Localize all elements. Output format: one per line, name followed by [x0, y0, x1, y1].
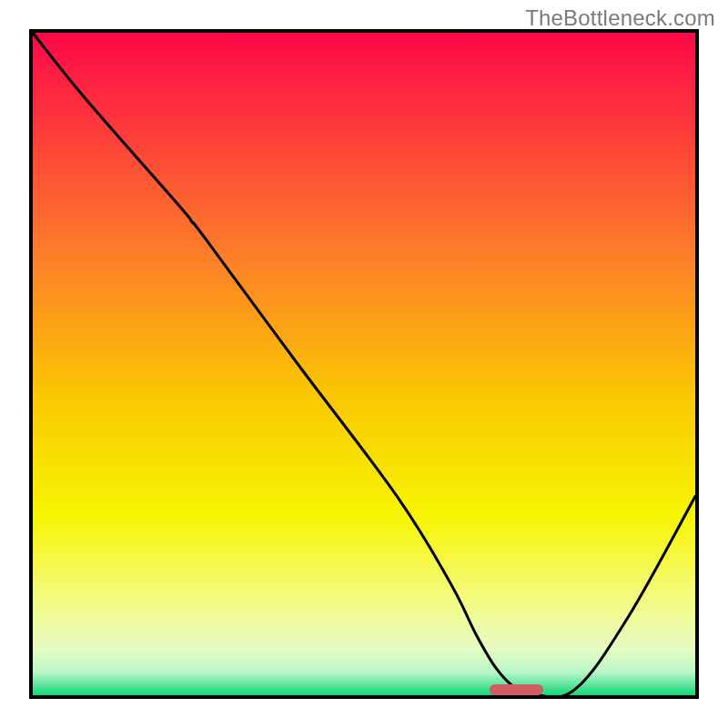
watermark-text: TheBottleneck.com	[525, 5, 715, 31]
ideal-range-bar	[490, 684, 542, 695]
chart-container: TheBottleneck.com	[0, 0, 728, 728]
bottleneck-curve	[33, 33, 695, 695]
plot-area	[29, 29, 699, 699]
